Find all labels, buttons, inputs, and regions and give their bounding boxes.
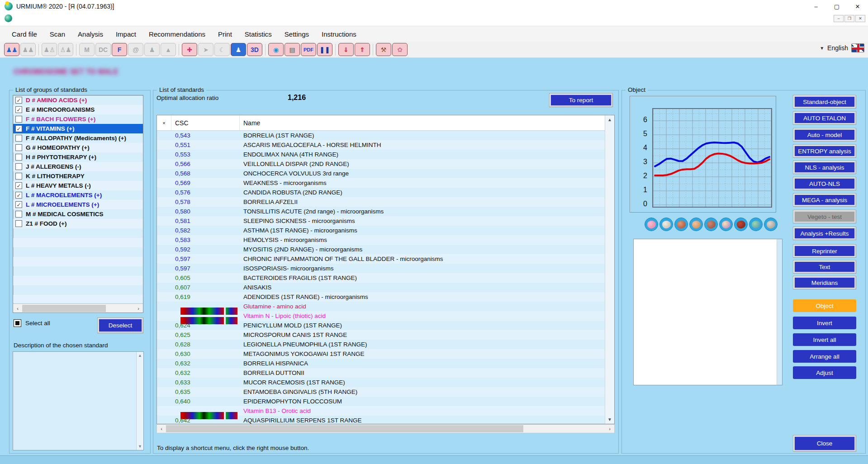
results-scrollbar[interactable] bbox=[777, 239, 782, 385]
menu-item-settings[interactable]: Settings bbox=[278, 28, 315, 40]
group-checkbox[interactable] bbox=[15, 144, 22, 151]
table-row[interactable]: Vitamin N - Lipoic (thiotic) acid bbox=[157, 311, 605, 321]
meridians-button[interactable]: Meridians bbox=[795, 278, 854, 288]
column-header-name[interactable]: Name bbox=[240, 115, 605, 130]
group-checkbox[interactable]: ✓ bbox=[15, 97, 22, 104]
group-row-11[interactable]: ✓L # MACROELEMENTS (+) bbox=[13, 190, 143, 200]
group-checkbox[interactable]: ✓ bbox=[15, 106, 22, 113]
mdi-close-button[interactable]: ✕ bbox=[855, 15, 865, 22]
menu-item-impact[interactable]: Impact bbox=[109, 28, 142, 40]
table-row[interactable]: 0,628LEGIONELLA PNEUMOPHILA (1ST RANGE) bbox=[157, 340, 605, 349]
menu-item-statistics[interactable]: Statistics bbox=[238, 28, 278, 40]
table-vertical-scrollbar[interactable]: ▲ ▼ bbox=[605, 115, 614, 424]
minimize-button[interactable]: – bbox=[806, 0, 826, 13]
auto-model-button[interactable]: Auto - model bbox=[795, 130, 854, 140]
meta-mode-button[interactable]: M bbox=[79, 43, 95, 56]
scroll-right-icon[interactable]: › bbox=[605, 425, 614, 433]
deselect-button[interactable]: Deselect bbox=[99, 319, 142, 331]
table-row[interactable]: 0,569WEAKNESS - microorganisms bbox=[157, 178, 605, 188]
table-row[interactable]: 0,607ANISAKIS bbox=[157, 283, 605, 292]
patient-card-button[interactable]: ♟♟ bbox=[4, 43, 19, 56]
table-row[interactable]: 0,597ISOSPORIASIS- microorganisms bbox=[157, 264, 605, 273]
magnifier-button[interactable]: ◉ bbox=[268, 43, 284, 56]
table-row[interactable]: 0,619ADENOIDES (1ST RANGE) - microorgani… bbox=[157, 292, 605, 302]
group-checkbox[interactable] bbox=[15, 154, 22, 161]
brain-section-icon[interactable] bbox=[659, 218, 673, 231]
import-button[interactable]: ⇓ bbox=[338, 43, 354, 56]
kidneys-icon[interactable] bbox=[689, 218, 703, 231]
table-horizontal-scrollbar[interactable]: ‹ › bbox=[157, 424, 615, 433]
table-row[interactable]: Glutamine - amino acid bbox=[157, 302, 605, 311]
group-row-14[interactable]: Z1 # FOOD (+) bbox=[13, 219, 143, 228]
table-row[interactable]: 0,632BORRELIA DUTTONII bbox=[157, 368, 605, 378]
group-row-12[interactable]: ✓L # MICROELEMENTS (+) bbox=[13, 200, 143, 209]
person-mode-button[interactable]: ♟ bbox=[144, 43, 160, 56]
book-button[interactable]: ❚❚ bbox=[317, 43, 332, 56]
print-button[interactable]: ▤ bbox=[285, 43, 300, 56]
table-row[interactable]: 0,580TONSILLITIS ACUTE (2nd range) - mic… bbox=[157, 207, 605, 216]
lungs-icon[interactable] bbox=[645, 218, 658, 231]
group-checkbox[interactable] bbox=[15, 220, 22, 227]
group-checkbox[interactable] bbox=[15, 116, 22, 123]
group-checkbox[interactable] bbox=[15, 135, 22, 142]
menu-item-instructions[interactable]: Instructions bbox=[315, 28, 363, 40]
scroll-down-icon[interactable]: ▼ bbox=[138, 444, 142, 449]
table-row[interactable]: 0,543BORRELIA (1ST RANGE) bbox=[157, 131, 605, 140]
table-row[interactable]: 0,581SLEEPING SICKNESS - microorganisms bbox=[157, 216, 605, 226]
urinary-system-icon[interactable] bbox=[674, 218, 688, 231]
scrollbar-thumb[interactable] bbox=[22, 305, 106, 312]
compare-patients-button[interactable]: ♟♙ bbox=[42, 43, 57, 56]
mdi-restore-button[interactable]: ❐ bbox=[844, 15, 854, 22]
table-row[interactable]: 0,624PENICYLLUM MOLD (1ST RANGE) bbox=[157, 321, 605, 330]
table-row[interactable]: 0,566VEILLONELLA DISPAR (2ND RANGE) bbox=[157, 159, 605, 169]
diaphragm-icon[interactable] bbox=[734, 218, 748, 231]
group-row-10[interactable]: ✓L # HEAVY METALS (-) bbox=[13, 181, 143, 190]
close-window-button[interactable]: ✕ bbox=[847, 0, 868, 13]
group-row-5[interactable]: F # ALLOPATHY (Medicaments) (+) bbox=[13, 133, 143, 143]
table-row[interactable]: 0,578BORRELIA AFZELII bbox=[157, 197, 605, 207]
invert-all-button[interactable]: Invert all bbox=[793, 333, 856, 346]
standard-object-button[interactable]: Standard-object bbox=[795, 97, 854, 107]
table-row[interactable]: 0,625MICROSPORUM CANIS 1ST RANGE bbox=[157, 330, 605, 340]
group-checkbox[interactable]: ✓ bbox=[15, 125, 22, 132]
group-row-9[interactable]: K # LITHOTHERAPY bbox=[13, 171, 143, 181]
group-checkbox[interactable]: ✓ bbox=[15, 201, 22, 208]
table-row[interactable]: 0,630METAGONIMUS YOKOGAWAI 1ST RANGE bbox=[157, 349, 605, 359]
object-button[interactable]: Object bbox=[793, 299, 856, 312]
moon-button[interactable]: ☾ bbox=[214, 43, 230, 56]
adjust-button[interactable]: Adjust bbox=[793, 366, 856, 379]
mdi-minimize-button[interactable]: – bbox=[834, 15, 844, 22]
table-row[interactable]: 0,576CANDIDA ROBUSTA (2ND RANGE) bbox=[157, 188, 605, 197]
scrollbar-thumb[interactable] bbox=[166, 425, 523, 432]
table-row[interactable]: 0,640EPIDERMOPHYTON FLOCCOSUM bbox=[157, 397, 605, 406]
auto-nls-button[interactable]: AUTO-NLS bbox=[795, 179, 854, 189]
table-row[interactable]: 0,642AQUASPIRILLIUM SERPENS 1ST RANGE bbox=[157, 416, 605, 424]
analysis-results-button[interactable]: Analysis +Results bbox=[795, 228, 854, 238]
dc-mode-button[interactable]: DC bbox=[95, 43, 111, 56]
export-button[interactable]: ⇑ bbox=[355, 43, 370, 56]
scroll-left-icon[interactable]: ‹ bbox=[157, 425, 166, 433]
table-row[interactable]: 0,597CHRONIC INFFLAMMATION OF THE GALL B… bbox=[157, 254, 605, 264]
table-row[interactable]: 0,582ASTHMA (1ST RANGE) - microorganisms bbox=[157, 226, 605, 235]
group-row-13[interactable]: M # MEDICAL COSMETICS bbox=[13, 209, 143, 219]
close-button[interactable]: Close bbox=[795, 437, 854, 450]
group-checkbox[interactable]: ✓ bbox=[15, 192, 22, 199]
scroll-right-icon[interactable]: › bbox=[134, 304, 143, 312]
select-all-checkbox[interactable] bbox=[14, 319, 21, 327]
table-row[interactable]: 0,605BACTEROIDES FRAGILIS (1ST RANGE) bbox=[157, 273, 605, 283]
menu-item-analysis[interactable]: Analysis bbox=[71, 28, 109, 40]
group-checkbox[interactable] bbox=[15, 163, 22, 170]
mega-analysis-button[interactable]: MEGA - analysis bbox=[795, 195, 854, 205]
maximize-button[interactable]: ▢ bbox=[826, 0, 847, 13]
scroll-up-icon[interactable]: ▲ bbox=[605, 117, 614, 122]
patient-card-disabled-button[interactable]: ♟♟ bbox=[20, 43, 36, 56]
frequency-button[interactable]: F bbox=[112, 43, 127, 56]
group-row-6[interactable]: G # HOMEOPATHY (+) bbox=[13, 143, 143, 152]
table-row[interactable]: 0,568ONCHOCERCA VOLVULUS 3rd range bbox=[157, 169, 605, 178]
description-scrollbar[interactable]: ▲ ▼ bbox=[136, 352, 143, 450]
scroll-left-icon[interactable]: ‹ bbox=[13, 304, 22, 312]
group-row-1[interactable]: ✓D # AMINO ACIDS (+) bbox=[13, 95, 143, 105]
to-report-button[interactable]: To report bbox=[551, 95, 611, 105]
text-button[interactable]: Text bbox=[795, 262, 854, 272]
table-row[interactable]: 0,553ENDOLIMAX NANA (4TH RANGE) bbox=[157, 150, 605, 159]
